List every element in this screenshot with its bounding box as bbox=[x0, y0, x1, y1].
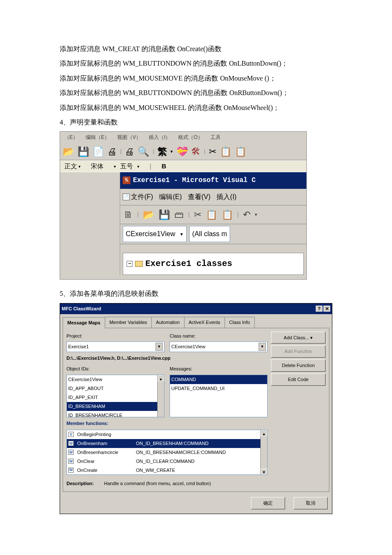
project-combo[interactable]: Exercise1 ▼ bbox=[66, 341, 164, 352]
print-icon[interactable]: 🖨 bbox=[107, 143, 117, 161]
tool-icon[interactable]: 🛠 bbox=[191, 143, 201, 161]
style-toolbar: 正文▾ 宋体 ▾ 五号 ▾ | B bbox=[60, 160, 306, 172]
add-function-button[interactable]: Add Function bbox=[271, 345, 326, 358]
dialog-title: MFC ClassWizard bbox=[62, 304, 101, 313]
close-icon[interactable]: ✕ bbox=[323, 306, 330, 312]
vs-toolbar: 🗎 | 📂 💾 🗃 | ✂ 📋 📋 | ↶ ▾ bbox=[120, 205, 306, 224]
list-item[interactable]: ID_APP_ABOUT bbox=[67, 384, 164, 393]
spell-icon[interactable]: 💝 bbox=[176, 143, 188, 161]
char-icon[interactable]: 繁 bbox=[158, 143, 167, 161]
copy-icon[interactable]: 📋 bbox=[220, 143, 231, 161]
scrollbar[interactable]: ▲ bbox=[157, 375, 164, 417]
save-floppy-icon[interactable]: 💾 bbox=[159, 206, 170, 224]
member-functions-list[interactable]: V OnBeginPrinting W OnBresenham ON_ID_BR… bbox=[66, 430, 268, 475]
para-6: 4、声明变量和函数 bbox=[60, 116, 332, 129]
memfn-row[interactable]: W OnClear ON_ID_CLEAR:COMMAND bbox=[67, 457, 267, 466]
memfn-row[interactable]: V OnBeginPrinting bbox=[67, 430, 267, 439]
description-row: Description: Handle a command (from menu… bbox=[66, 479, 268, 488]
bold-icon[interactable]: B bbox=[161, 160, 166, 173]
windows-msg-icon: W bbox=[68, 459, 74, 464]
para-1: 添加对应消息 WM_CREAT 的消息函数 OnCreate()函数 bbox=[60, 43, 332, 55]
visual-studio-inner: % Exercise1 - Microsoft Visual C 📄文件(F) … bbox=[120, 172, 306, 275]
help-icon[interactable]: ? bbox=[316, 306, 323, 312]
outer-menu-item[interactable]: 编辑（E） bbox=[86, 133, 110, 142]
virtual-icon: V bbox=[68, 432, 74, 437]
para-7: 5、添加各菜单项的消息映射函数 bbox=[60, 287, 332, 300]
vs-title-bar: % Exercise1 - Microsoft Visual C bbox=[120, 172, 306, 188]
ide-screenshot: （E） 编辑（E） 视图（V） 插入（I） 格式（O） 工具 📂 💾 📄 🖨 |… bbox=[60, 131, 307, 280]
objectids-label: Object IDs: bbox=[66, 364, 164, 373]
vs-menu-edit[interactable]: 编辑(E) bbox=[159, 191, 182, 203]
list-item[interactable]: ID_APP_EXIT bbox=[67, 393, 164, 402]
tab-activex-events[interactable]: ActiveX Events bbox=[184, 317, 225, 328]
paste-icon[interactable]: 📋 bbox=[235, 143, 246, 161]
vs-menu-insert[interactable]: 插入(I) bbox=[216, 191, 236, 203]
vs-menu-file[interactable]: 📄文件(F) bbox=[123, 191, 153, 203]
delete-function-button[interactable]: Delete Function bbox=[271, 359, 326, 372]
tab-member-variables[interactable]: Member Variables bbox=[105, 317, 152, 328]
class-combo[interactable]: CExercise1View ▼ bbox=[123, 226, 187, 242]
save-icon[interactable]: 💾 bbox=[78, 143, 89, 161]
list-item[interactable]: CExercise1View bbox=[67, 375, 164, 384]
open-icon[interactable]: 📂 bbox=[63, 143, 74, 161]
tab-message-maps[interactable]: Message Maps bbox=[63, 317, 105, 328]
dropdown-icon[interactable]: ▾ bbox=[170, 147, 173, 156]
font-combo[interactable]: 宋体 bbox=[91, 160, 104, 173]
windows-msg-icon: W bbox=[68, 468, 74, 473]
save-all-icon[interactable]: 🗃 bbox=[174, 206, 184, 224]
tab-automation[interactable]: Automation bbox=[151, 317, 184, 328]
copy2-icon[interactable]: 📋 bbox=[206, 206, 217, 224]
messages-list[interactable]: COMMAND UPDATE_COMMAND_UI bbox=[170, 375, 268, 417]
undo-icon[interactable]: ↶ bbox=[243, 206, 251, 224]
dialog-tabs: Message Maps Member Variables Automation… bbox=[60, 314, 332, 328]
outer-menu-item[interactable]: （E） bbox=[64, 133, 78, 142]
outer-menu-item[interactable]: 工具 bbox=[210, 133, 221, 142]
new-icon[interactable]: 📄 bbox=[92, 143, 104, 161]
vs-class-combo-row: CExercise1View ▼ (All class m bbox=[120, 224, 306, 244]
print-all-icon[interactable]: 🖨 bbox=[125, 143, 134, 161]
tab-class-info[interactable]: Class Info bbox=[225, 317, 255, 328]
outer-menu-item[interactable]: 格式（O） bbox=[178, 133, 202, 142]
memfn-row[interactable]: W OnBresenhamcircle ON_ID_BRESENHAMCIRCL… bbox=[67, 448, 267, 457]
open-folder-icon[interactable]: 📂 bbox=[143, 206, 154, 224]
scissors-icon[interactable]: ✂ bbox=[194, 206, 202, 224]
ok-button[interactable]: 确定 bbox=[251, 497, 285, 509]
paste2-icon[interactable]: 📋 bbox=[222, 206, 233, 224]
edit-code-button[interactable]: Edit Code bbox=[271, 373, 326, 386]
size-combo[interactable]: ▾ 五号 ▾ bbox=[114, 160, 139, 173]
cancel-button[interactable]: 取消 bbox=[294, 497, 328, 509]
member-combo[interactable]: (All class m bbox=[189, 226, 230, 242]
vs-logo-icon: % bbox=[123, 176, 130, 184]
tree-expand-icon[interactable]: − bbox=[127, 261, 133, 267]
para-4: 添加对应鼠标消息的 WM_RBUTTONDOWN 的消息函数 OnRButton… bbox=[60, 87, 332, 99]
memfn-row[interactable]: W OnBresenham ON_ID_BRESENHAM:COMMAND bbox=[67, 439, 267, 448]
list-item[interactable]: UPDATE_COMMAND_UI bbox=[170, 384, 267, 393]
vs-menu: 📄文件(F) 编辑(E) 查看(V) 插入(I) bbox=[120, 189, 306, 205]
classwizard-dialog: MFC ClassWizard ? ✕ Message Maps Member … bbox=[60, 303, 332, 514]
chevron-down-icon: ▼ bbox=[259, 343, 266, 351]
style-name-combo[interactable]: 正文▾ bbox=[64, 160, 81, 173]
desc-label: Description: bbox=[66, 479, 94, 488]
outer-menu: （E） 编辑（E） 视图（V） 插入（I） 格式（O） 工具 bbox=[60, 132, 306, 143]
memfn-row[interactable]: W OnCreate ON_WM_CREATE bbox=[67, 466, 267, 475]
scrollbar[interactable]: ▲ ▼ bbox=[260, 430, 267, 474]
new-doc-icon[interactable]: 🗎 bbox=[124, 206, 133, 224]
vs-window-title: Exercise1 - Microsoft Visual C bbox=[133, 174, 256, 187]
list-item[interactable]: COMMAND bbox=[170, 375, 267, 384]
list-item[interactable]: ID_BRESENHAM bbox=[67, 402, 164, 411]
messages-label: Messages: bbox=[170, 364, 268, 373]
vs-menu-view[interactable]: 查看(V) bbox=[188, 191, 210, 203]
outer-menu-item[interactable]: 视图（V） bbox=[117, 133, 141, 142]
preview-icon[interactable]: 🔍 bbox=[138, 143, 149, 161]
outer-menu-item[interactable]: 插入（I） bbox=[149, 133, 170, 142]
project-value: Exercise1 bbox=[68, 342, 89, 351]
objectids-list[interactable]: CExercise1View ID_APP_ABOUT ID_APP_EXIT … bbox=[66, 375, 164, 417]
file-path: D:\...\Exercise1View.h, D:\...\Exercise1… bbox=[66, 354, 268, 363]
classname-combo[interactable]: CExercise1View ▼ bbox=[170, 341, 268, 352]
add-class-button[interactable]: Add Class... ▾ bbox=[271, 332, 326, 344]
undo-dd-icon[interactable]: ▾ bbox=[255, 210, 257, 219]
list-item[interactable]: ID_BRESENHAMCIRCLE bbox=[67, 411, 164, 417]
class-tree[interactable]: − Exercise1 classes bbox=[123, 253, 304, 275]
folder-icon bbox=[135, 261, 143, 267]
cut-icon[interactable]: ✂ bbox=[209, 143, 216, 161]
